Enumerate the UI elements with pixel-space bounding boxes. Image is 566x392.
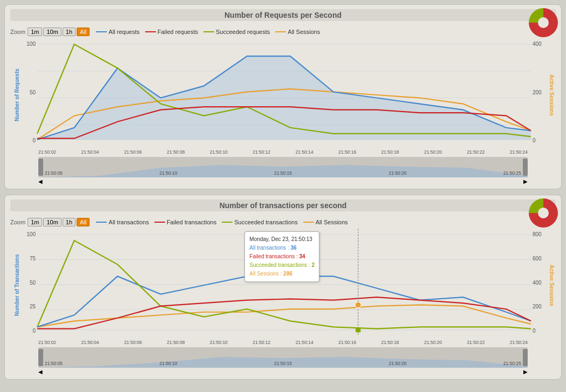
tooltip-succeeded: Succeeded transactions : 2 bbox=[249, 261, 315, 270]
chart2-y-right-label: Active Sessions bbox=[547, 229, 556, 342]
chart2-svg-area: Monday, Dec 23, 21:50:13 All transaction… bbox=[37, 229, 531, 342]
chart1-title: Number of Requests per Second bbox=[10, 9, 556, 21]
chart1-y-right-label: Active Sessions bbox=[547, 38, 556, 152]
chart2-controls: Zoom 1m 10m 1h All All transactions Fail… bbox=[10, 218, 556, 226]
chart1-scroll-ticks: 21:50:05 21:50:10 21:50:15 21:50:20 21:5… bbox=[45, 170, 521, 176]
chart1-legend-all: All requests bbox=[96, 29, 139, 35]
chart2-legend-succeeded: Succeeded transactions bbox=[222, 219, 297, 225]
chart2-nav: ◀ ▶ bbox=[38, 369, 528, 375]
chart1-y-left-label: Number of Requests bbox=[12, 38, 21, 152]
chart1-legend-sessions: All Sessions bbox=[275, 29, 320, 35]
chart2-legend-all-icon bbox=[96, 222, 107, 223]
chart2-scrollbar[interactable]: 21:50:05 21:50:10 21:50:15 21:50:20 21:5… bbox=[38, 347, 528, 368]
tooltip-sessions: All Sessions : 286 bbox=[249, 270, 315, 278]
chart1-nav-right[interactable]: ▶ bbox=[523, 178, 528, 184]
chart1-nav-left[interactable]: ◀ bbox=[38, 178, 43, 184]
tooltip-failed: Failed transactions : 34 bbox=[249, 252, 315, 261]
svg-point-8 bbox=[538, 208, 549, 218]
tooltip-all-transactions: All transactions : 36 bbox=[249, 244, 315, 252]
chart2-legend-failed: Failed transactions bbox=[154, 219, 216, 225]
svg-point-0 bbox=[538, 17, 549, 28]
chart1-zoom-label: Zoom bbox=[10, 29, 25, 35]
chart2-nav-right[interactable]: ▶ bbox=[523, 369, 528, 375]
chart1-scroll-right[interactable] bbox=[523, 159, 528, 176]
chart2-zoom-1h[interactable]: 1h bbox=[63, 218, 76, 226]
chart2-title-row: Number of transactions per second bbox=[10, 200, 556, 215]
chart2-zoom-all[interactable]: All bbox=[77, 218, 90, 226]
chart1-zoom-10m[interactable]: 10m bbox=[43, 27, 61, 36]
chart1-legend-failed: Failed requests bbox=[145, 29, 198, 35]
chart1-controls: Zoom 1m 10m 1h All All requests Failed r… bbox=[10, 27, 556, 36]
chart1-container: Number of Requests per Second Zoom 1m 10… bbox=[4, 4, 562, 189]
chart2-zoom-label: Zoom bbox=[10, 219, 25, 225]
chart2-scroll-ticks: 21:50:05 21:50:10 21:50:15 21:50:20 21:5… bbox=[45, 361, 521, 366]
chart2-legend-failed-icon bbox=[154, 222, 165, 223]
chart2-scroll-right[interactable] bbox=[523, 349, 528, 366]
chart2-scroll-left[interactable] bbox=[38, 349, 43, 366]
pie-chart-1 bbox=[528, 7, 559, 38]
svg-rect-16 bbox=[356, 327, 360, 332]
chart1-scrollbar[interactable]: 21:50:05 21:50:10 21:50:15 21:50:20 21:5… bbox=[38, 157, 528, 177]
chart2-y-ticks-right: 800 600 400 200 0 bbox=[531, 229, 547, 342]
chart2-zoom-1m[interactable]: 1m bbox=[28, 218, 42, 226]
chart2-nav-left[interactable]: ◀ bbox=[38, 369, 43, 375]
chart2-legend-all: All transactions bbox=[96, 219, 149, 225]
chart1-zoom-1h[interactable]: 1h bbox=[63, 27, 76, 36]
chart2-zoom-10m[interactable]: 10m bbox=[43, 218, 61, 226]
chart2-legend: All transactions Failed transactions Suc… bbox=[96, 219, 347, 225]
pie-chart-2 bbox=[528, 197, 559, 229]
chart2-area: Number of Transactions 100 75 50 25 0 Mo… bbox=[12, 229, 556, 342]
chart2-title: Number of transactions per second bbox=[10, 200, 556, 211]
chart1-area: Number of Requests 100 50 0 bbox=[12, 38, 556, 152]
svg-point-15 bbox=[355, 302, 361, 308]
chart1-legend: All requests Failed requests Succeeded r… bbox=[96, 29, 320, 35]
chart1-y-ticks: 100 50 0 bbox=[21, 38, 37, 152]
chart2-legend-succeeded-icon bbox=[222, 222, 233, 223]
chart2-container: Number of transactions per second Zoom 1… bbox=[4, 195, 562, 380]
chart1-svg-area bbox=[37, 38, 531, 152]
chart1-y-ticks-right: 400 200 0 bbox=[531, 38, 547, 152]
chart1-legend-sessions-icon bbox=[275, 31, 286, 32]
chart1-legend-succeeded: Succeeded requests bbox=[203, 29, 270, 35]
chart1-title-row: Number of Requests per Second bbox=[10, 9, 556, 24]
chart2-y-ticks: 100 75 50 25 0 bbox=[21, 229, 37, 342]
chart1-nav: ◀ ▶ bbox=[38, 178, 528, 184]
chart1-zoom-1m[interactable]: 1m bbox=[28, 27, 42, 36]
chart2-legend-sessions-icon bbox=[303, 222, 314, 223]
chart1-scroll-left[interactable] bbox=[38, 159, 43, 176]
chart2-tooltip: Monday, Dec 23, 21:50:13 All transaction… bbox=[244, 231, 319, 282]
chart1-svg bbox=[37, 38, 531, 152]
chart2-legend-sessions: All Sessions bbox=[303, 219, 348, 225]
chart1-legend-all-icon bbox=[96, 31, 107, 32]
chart1-legend-succeeded-icon bbox=[203, 31, 214, 32]
chart2-y-left-label: Number of Transactions bbox=[12, 229, 21, 342]
chart1-zoom-all[interactable]: All bbox=[77, 27, 90, 36]
tooltip-title: Monday, Dec 23, 21:50:13 bbox=[249, 235, 315, 244]
chart1-legend-failed-icon bbox=[145, 31, 156, 32]
